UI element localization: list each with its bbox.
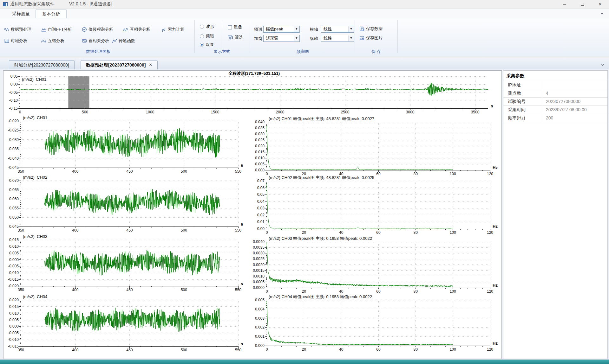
filter-button[interactable]: 筛选 bbox=[228, 35, 243, 40]
svg-text:0.00: 0.00 bbox=[10, 82, 18, 86]
maximize-button[interactable] bbox=[573, 0, 591, 9]
wave-icon bbox=[4, 27, 9, 32]
save-data-button[interactable]: 保存数据 bbox=[359, 26, 383, 32]
svg-text:0.020: 0.020 bbox=[255, 144, 265, 148]
svg-text:-0.15: -0.15 bbox=[9, 106, 18, 111]
minimize-button[interactable]: ─ bbox=[556, 0, 573, 9]
close-button[interactable]: ✕ bbox=[591, 0, 609, 9]
chart-spec-ch04: 0.0050.0040.0030.0020.0010.0000204060801… bbox=[255, 294, 498, 352]
svg-text:0.000: 0.000 bbox=[255, 343, 265, 348]
svg-text:0: 0 bbox=[266, 289, 268, 294]
svg-text:0.065: 0.065 bbox=[9, 188, 19, 192]
svg-text:500: 500 bbox=[82, 110, 88, 114]
preprocess-button[interactable]: 数据预处理 bbox=[4, 26, 31, 33]
svg-text:40: 40 bbox=[339, 347, 344, 352]
svg-text:20: 20 bbox=[302, 230, 306, 235]
svg-text:-0.020: -0.020 bbox=[8, 284, 19, 288]
doc-tab-preprocess[interactable]: 数据预处理[20230727080000] ✕ bbox=[81, 60, 158, 69]
svg-text:350: 350 bbox=[18, 228, 24, 233]
chart-panel[interactable]: 0.050.00-0.05-0.10-0.1505001000150020002… bbox=[3, 70, 502, 359]
svg-text:0.045: 0.045 bbox=[9, 224, 19, 229]
param-row-points: 测点数4 bbox=[503, 89, 607, 98]
doc-tab-time-analysis[interactable]: 时域分析[20230727080000] bbox=[9, 60, 75, 69]
svg-text:0.0035: 0.0035 bbox=[253, 245, 265, 250]
svg-text:500: 500 bbox=[181, 348, 187, 352]
svg-text:500: 500 bbox=[181, 169, 187, 174]
auto-spectrum-fft-button[interactable]: 自谱FFT分析 bbox=[41, 26, 72, 33]
chart-overview: 0.050.00-0.05-0.10-0.1505001000150020002… bbox=[9, 71, 493, 114]
group-divider bbox=[397, 20, 398, 53]
auto-correlation-button[interactable]: 自相关分析 bbox=[82, 38, 109, 44]
main-content: 0.050.00-0.05-0.10-0.1505001000150020002… bbox=[0, 69, 609, 360]
svg-text:350: 350 bbox=[18, 348, 24, 352]
svg-text:0.01: 0.01 bbox=[257, 220, 265, 224]
spectrum-type-select[interactable]: 幅值peak▼ bbox=[263, 26, 300, 33]
window-title: 通用动态数据采集软件 bbox=[10, 1, 55, 7]
time-domain-button[interactable]: 时域分析 bbox=[4, 38, 27, 44]
overlay-checkbox[interactable]: 重叠 bbox=[228, 24, 242, 30]
svg-text:-0.010: -0.010 bbox=[8, 337, 19, 342]
radio-icon bbox=[200, 25, 204, 29]
acquisition-params-panel: 采集参数 IP地址 测点数4 试验编号20230727080000 采集时间20… bbox=[503, 70, 608, 359]
save-image-button[interactable]: 保存图片 bbox=[359, 35, 383, 41]
svg-text:(m/s2) CH04 幅值peak图 主频: 0.1953: (m/s2) CH04 幅值peak图 主频: 0.1953 幅值peak: 0… bbox=[269, 294, 372, 299]
cable-force-button[interactable]: 索力计算 bbox=[161, 26, 184, 33]
svg-text:-0.015: -0.015 bbox=[8, 344, 19, 348]
group-divider bbox=[194, 20, 195, 53]
octave-spectrum-button[interactable]: 倍频程谱分析 bbox=[82, 26, 113, 33]
chevron-up-icon[interactable] bbox=[599, 11, 605, 16]
y-axis-scale-label: 纵轴 bbox=[310, 36, 318, 42]
filter-icon bbox=[228, 35, 233, 40]
svg-text:80: 80 bbox=[414, 230, 418, 235]
window-func-select[interactable]: 矩形窗▼ bbox=[263, 35, 300, 42]
svg-text:0.005: 0.005 bbox=[9, 318, 19, 322]
svg-text:60: 60 bbox=[376, 347, 381, 352]
group-label-spectrum: 频谱图 bbox=[297, 49, 309, 54]
svg-text:(m/s2) CH03: (m/s2) CH03 bbox=[23, 234, 47, 239]
param-row-ip: IP地址 bbox=[503, 81, 607, 89]
svg-text:-0.040: -0.040 bbox=[8, 156, 19, 161]
svg-text:-0.015: -0.015 bbox=[8, 277, 19, 282]
chart-spec-ch03: 0.00400.00350.00300.00250.00200.00150.00… bbox=[253, 236, 498, 294]
x-axis-scale-label: 横轴 bbox=[310, 27, 318, 32]
time-domain-icon bbox=[4, 38, 9, 43]
tab-sampling[interactable]: 采样测量 bbox=[6, 10, 36, 18]
transfer-function-button[interactable]: 传递函数 bbox=[112, 38, 135, 44]
svg-text:0.05: 0.05 bbox=[10, 74, 18, 79]
svg-text:(m/s2) CH02 幅值peak图 主频: 48.828: (m/s2) CH02 幅值peak图 主频: 48.8281 幅值peak: … bbox=[269, 175, 374, 180]
radio-waveform[interactable]: 波形 bbox=[200, 24, 214, 29]
svg-text:0.020: 0.020 bbox=[9, 298, 19, 302]
chevron-down-icon: ▼ bbox=[294, 26, 299, 32]
svg-text:0.055: 0.055 bbox=[9, 206, 19, 210]
params-title: 采集参数 bbox=[503, 71, 607, 81]
ribbon-tab-strip: 采样测量 基本分析 bbox=[0, 9, 609, 18]
svg-text:s: s bbox=[241, 163, 243, 168]
chart-time-ch04: 0.0200.0150.0100.0050.000-0.005-0.010-0.… bbox=[8, 294, 243, 352]
svg-text:120: 120 bbox=[487, 289, 493, 294]
svg-text:400: 400 bbox=[72, 228, 78, 233]
svg-text:0.00: 0.00 bbox=[257, 227, 265, 231]
x-axis-scale-select[interactable]: 线性▼ bbox=[321, 26, 354, 33]
tab-list-icon[interactable] bbox=[600, 62, 605, 67]
cross-correlation-button[interactable]: 互相关分析 bbox=[123, 26, 150, 33]
svg-text:3500: 3500 bbox=[471, 110, 480, 114]
radio-dual-display[interactable]: 双显 bbox=[200, 42, 214, 48]
svg-text:0.03: 0.03 bbox=[257, 206, 265, 210]
svg-text:0.0030: 0.0030 bbox=[253, 251, 265, 255]
svg-text:120: 120 bbox=[487, 172, 493, 176]
chevron-down-icon: ▼ bbox=[294, 35, 299, 41]
svg-text:0.0005: 0.0005 bbox=[253, 280, 265, 284]
close-icon[interactable]: ✕ bbox=[149, 61, 152, 69]
svg-text:0.010: 0.010 bbox=[9, 311, 19, 316]
svg-text:400: 400 bbox=[72, 348, 78, 352]
svg-text:0.003: 0.003 bbox=[255, 316, 265, 321]
y-axis-scale-select[interactable]: 线性▼ bbox=[321, 35, 354, 42]
auto-correlation-icon bbox=[82, 38, 87, 43]
cross-spectrum-button[interactable]: 互谱分析 bbox=[41, 38, 64, 44]
svg-text:s: s bbox=[241, 342, 243, 346]
chevron-down-icon: ▼ bbox=[348, 26, 354, 32]
radio-checked-icon bbox=[200, 43, 204, 47]
checkbox-icon bbox=[228, 25, 232, 29]
radio-spectrum[interactable]: 频谱 bbox=[200, 33, 214, 39]
tab-basic-analysis[interactable]: 基本分析 bbox=[36, 10, 67, 18]
